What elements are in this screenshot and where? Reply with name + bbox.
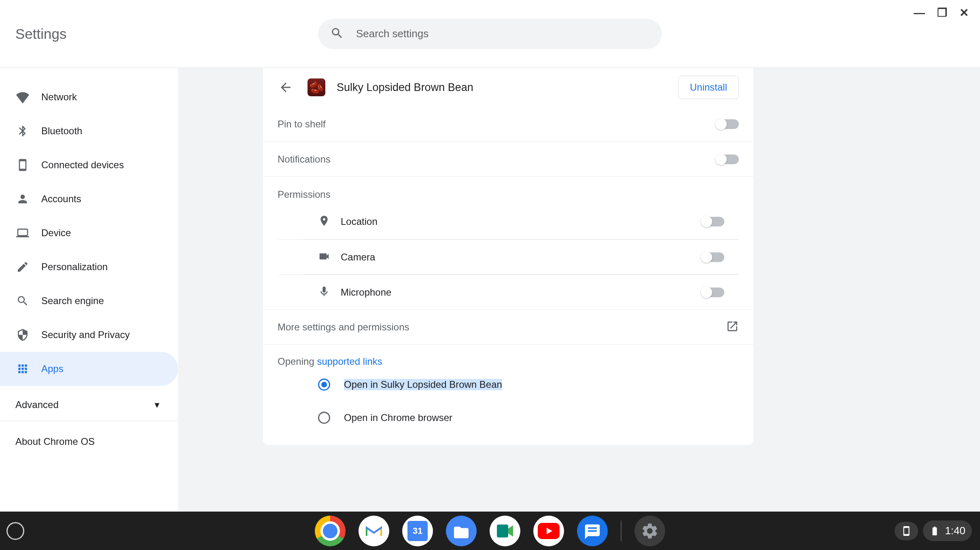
apps-icon bbox=[15, 362, 30, 376]
sidebar-item-connected-devices[interactable]: Connected devices bbox=[0, 148, 178, 182]
shelf-app-settings[interactable] bbox=[634, 516, 665, 546]
phone-hub-button[interactable] bbox=[895, 522, 918, 540]
permission-location-label: Location bbox=[341, 216, 702, 227]
search-field[interactable] bbox=[318, 19, 662, 49]
back-button[interactable] bbox=[278, 79, 294, 95]
notifications-row: Notifications bbox=[263, 142, 753, 176]
shelf-app-calendar[interactable]: 31 bbox=[402, 516, 433, 546]
pin-to-shelf-toggle[interactable] bbox=[716, 119, 739, 129]
sidebar-about[interactable]: About Chrome OS bbox=[0, 426, 178, 457]
permission-location-toggle[interactable] bbox=[702, 217, 724, 226]
divider bbox=[0, 421, 178, 421]
opening-prefix: Opening bbox=[278, 356, 317, 367]
supported-links-link[interactable]: supported links bbox=[317, 356, 382, 367]
sidebar-item-accounts[interactable]: Accounts bbox=[0, 182, 178, 216]
more-settings-row[interactable]: More settings and permissions bbox=[263, 309, 753, 344]
uninstall-button[interactable]: Uninstall bbox=[678, 76, 739, 99]
shelf: 31 1:40 bbox=[0, 512, 980, 550]
advanced-label: Advanced bbox=[15, 399, 59, 410]
open-in-app-radio-row[interactable]: Open in Sulky Lopsided Brown Bean bbox=[278, 369, 739, 400]
sidebar-item-label: Connected devices bbox=[41, 159, 124, 171]
sidebar-item-device[interactable]: Device bbox=[0, 216, 178, 250]
laptop-icon bbox=[15, 226, 30, 240]
shelf-app-chrome[interactable] bbox=[315, 516, 346, 546]
settings-header: Settings bbox=[0, 0, 980, 68]
shelf-app-files[interactable] bbox=[446, 516, 477, 546]
sidebar-item-label: Device bbox=[41, 227, 71, 239]
sidebar-item-search-engine[interactable]: Search engine bbox=[0, 284, 178, 318]
camera-icon bbox=[318, 250, 341, 264]
notifications-toggle[interactable] bbox=[716, 154, 739, 164]
microphone-icon bbox=[318, 286, 341, 299]
minimize-button[interactable]: — bbox=[914, 7, 925, 19]
more-settings-label: More settings and permissions bbox=[278, 322, 726, 333]
phone-icon bbox=[901, 526, 912, 536]
open-in-chrome-label: Open in Chrome browser bbox=[344, 412, 452, 423]
svg-rect-0 bbox=[497, 525, 508, 537]
sidebar-item-label: Bluetooth bbox=[41, 125, 82, 137]
settings-title: Settings bbox=[15, 26, 66, 42]
about-label: About Chrome OS bbox=[15, 436, 95, 447]
radio-open-in-chrome[interactable] bbox=[318, 412, 330, 424]
sidebar-item-label: Accounts bbox=[41, 193, 81, 205]
pin-to-shelf-label: Pin to shelf bbox=[278, 118, 716, 130]
sidebar-advanced[interactable]: Advanced ▾ bbox=[0, 389, 178, 421]
open-external-icon bbox=[726, 320, 739, 334]
person-icon bbox=[15, 192, 30, 206]
permission-microphone-toggle[interactable] bbox=[702, 288, 724, 297]
shelf-app-meet[interactable] bbox=[490, 516, 520, 546]
close-button[interactable]: ✕ bbox=[959, 7, 969, 19]
app-detail-card: 🫘 Sulky Lopsided Brown Bean Uninstall Pi… bbox=[263, 68, 753, 445]
launcher-button[interactable] bbox=[6, 522, 24, 540]
permission-camera-row: Camera bbox=[278, 239, 739, 274]
app-name: Sulky Lopsided Brown Bean bbox=[337, 81, 678, 94]
shelf-apps: 31 bbox=[315, 516, 665, 546]
shelf-app-messages[interactable] bbox=[577, 516, 608, 546]
permission-camera-toggle[interactable] bbox=[702, 252, 724, 262]
notifications-label: Notifications bbox=[278, 154, 716, 165]
bluetooth-icon bbox=[15, 124, 30, 138]
status-area[interactable]: 1:40 bbox=[895, 520, 972, 541]
open-in-app-label: Open in Sulky Lopsided Brown Bean bbox=[344, 379, 502, 390]
open-in-chrome-radio-row[interactable]: Open in Chrome browser bbox=[278, 402, 739, 434]
permission-microphone-label: Microphone bbox=[341, 287, 702, 298]
permission-location-row: Location bbox=[278, 204, 739, 239]
radio-open-in-app[interactable] bbox=[318, 379, 330, 391]
sidebar-item-bluetooth[interactable]: Bluetooth bbox=[0, 114, 178, 148]
permissions-header: Permissions bbox=[263, 176, 753, 204]
sidebar-item-label: Network bbox=[41, 91, 77, 103]
app-header: 🫘 Sulky Lopsided Brown Bean Uninstall bbox=[263, 68, 753, 107]
shield-icon bbox=[15, 328, 30, 342]
clock: 1:40 bbox=[945, 525, 965, 537]
opening-section: Opening supported links Open in Sulky Lo… bbox=[263, 344, 753, 445]
sidebar-item-label: Security and Privacy bbox=[41, 329, 130, 341]
opening-header: Opening supported links bbox=[278, 356, 739, 367]
arrow-back-icon bbox=[278, 80, 293, 95]
sidebar-item-label: Apps bbox=[41, 363, 64, 374]
shelf-app-youtube[interactable] bbox=[533, 516, 564, 546]
sidebar-item-personalization[interactable]: Personalization bbox=[0, 250, 178, 284]
sidebar: Network Bluetooth Connected devices Acco… bbox=[0, 68, 178, 512]
maximize-button[interactable]: ❐ bbox=[937, 7, 947, 19]
shelf-divider bbox=[621, 520, 622, 542]
calendar-day: 31 bbox=[407, 521, 428, 541]
sidebar-item-network[interactable]: Network bbox=[0, 80, 178, 114]
chevron-down-icon: ▾ bbox=[155, 399, 159, 410]
edit-icon bbox=[15, 260, 30, 274]
sidebar-item-label: Personalization bbox=[41, 261, 108, 273]
search-icon bbox=[15, 294, 30, 308]
search-input[interactable] bbox=[356, 28, 650, 40]
app-icon: 🫘 bbox=[308, 78, 325, 96]
shelf-app-gmail[interactable] bbox=[358, 516, 389, 546]
sidebar-item-security-privacy[interactable]: Security and Privacy bbox=[0, 318, 178, 352]
wifi-icon bbox=[15, 90, 30, 104]
permission-microphone-row: Microphone bbox=[278, 275, 739, 309]
status-tray[interactable]: 1:40 bbox=[923, 520, 972, 541]
battery-icon bbox=[929, 526, 940, 536]
sidebar-item-label: Search engine bbox=[41, 295, 104, 307]
sidebar-item-apps[interactable]: Apps bbox=[0, 352, 178, 386]
device-icon bbox=[15, 158, 30, 172]
search-icon bbox=[330, 26, 344, 42]
pin-to-shelf-row: Pin to shelf bbox=[263, 107, 753, 142]
location-icon bbox=[318, 215, 341, 228]
